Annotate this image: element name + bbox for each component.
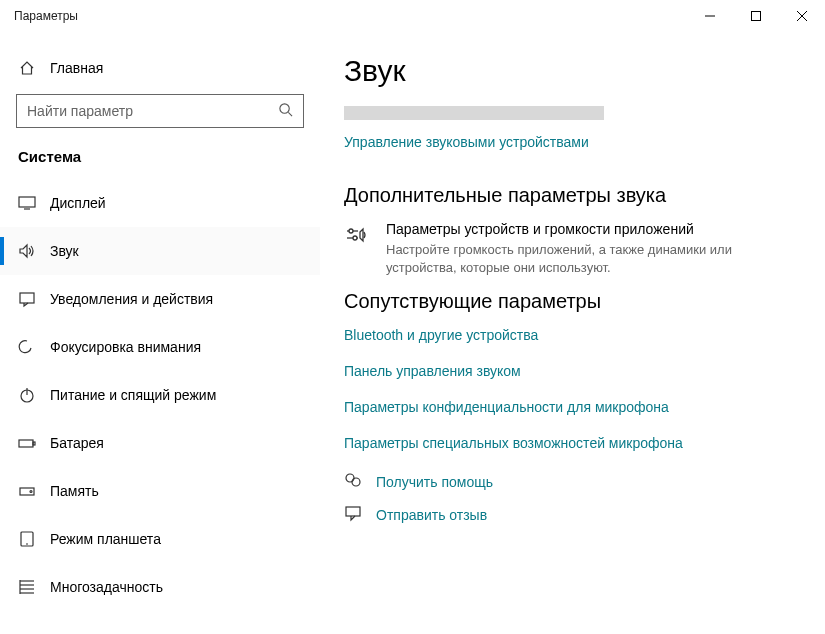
feedback-link[interactable]: Отправить отзыв bbox=[376, 507, 487, 523]
svg-point-27 bbox=[352, 478, 360, 486]
manage-devices-link[interactable]: Управление звуковыми устройствами bbox=[344, 134, 589, 150]
sidebar-item-label: Память bbox=[50, 483, 99, 499]
storage-icon bbox=[18, 482, 36, 500]
sliders-icon bbox=[344, 221, 370, 250]
sidebar-item-label: Питание и спящий режим bbox=[50, 387, 216, 403]
related-link-mic-accessibility[interactable]: Параметры специальных возможностей микро… bbox=[344, 435, 801, 451]
page-title: Звук bbox=[344, 54, 801, 88]
sidebar-item-display[interactable]: Дисплей bbox=[0, 179, 320, 227]
sidebar-item-tablet[interactable]: Режим планшета bbox=[0, 515, 320, 563]
sidebar-item-label: Батарея bbox=[50, 435, 104, 451]
battery-icon bbox=[18, 434, 36, 452]
search-icon bbox=[278, 102, 293, 120]
home-button[interactable]: Главная bbox=[0, 60, 320, 94]
tablet-icon bbox=[18, 530, 36, 548]
svg-rect-11 bbox=[19, 440, 33, 447]
notifications-icon bbox=[18, 290, 36, 308]
svg-rect-8 bbox=[20, 293, 34, 303]
feedback-icon bbox=[344, 504, 362, 525]
related-link-bluetooth[interactable]: Bluetooth и другие устройства bbox=[344, 327, 801, 343]
get-help-link[interactable]: Получить помощь bbox=[376, 474, 493, 490]
window-title: Параметры bbox=[14, 9, 78, 23]
svg-point-23 bbox=[349, 229, 353, 233]
search-input[interactable]: Найти параметр bbox=[16, 94, 304, 128]
sidebar-item-battery[interactable]: Батарея bbox=[0, 419, 320, 467]
focus-icon bbox=[18, 338, 36, 356]
app-volume-option[interactable]: Параметры устройств и громкости приложен… bbox=[344, 221, 801, 276]
sidebar-item-label: Многозадачность bbox=[50, 579, 163, 595]
svg-point-25 bbox=[353, 236, 357, 240]
window-controls bbox=[687, 0, 825, 32]
home-label: Главная bbox=[50, 60, 103, 76]
maximize-button[interactable] bbox=[733, 0, 779, 32]
get-help-row[interactable]: Получить помощь bbox=[344, 471, 801, 492]
sidebar-item-label: Дисплей bbox=[50, 195, 106, 211]
sidebar-item-focus[interactable]: Фокусировка внимания bbox=[0, 323, 320, 371]
related-link-mic-privacy[interactable]: Параметры конфиденциальности для микрофо… bbox=[344, 399, 801, 415]
related-link-sound-panel[interactable]: Панель управления звуком bbox=[344, 363, 801, 379]
sidebar-item-label: Фокусировка внимания bbox=[50, 339, 201, 355]
minimize-button[interactable] bbox=[687, 0, 733, 32]
close-button[interactable] bbox=[779, 0, 825, 32]
sidebar-heading: Система bbox=[0, 148, 320, 179]
titlebar: Параметры bbox=[0, 0, 825, 32]
home-icon bbox=[18, 60, 36, 76]
sidebar-item-power[interactable]: Питание и спящий режим bbox=[0, 371, 320, 419]
app-volume-title: Параметры устройств и громкости приложен… bbox=[386, 221, 766, 237]
sound-icon bbox=[18, 242, 36, 260]
sidebar-item-notifications[interactable]: Уведомления и действия bbox=[0, 275, 320, 323]
svg-rect-6 bbox=[19, 197, 35, 207]
search-placeholder: Найти параметр bbox=[27, 103, 133, 119]
app-volume-desc: Настройте громкость приложений, а также … bbox=[386, 241, 766, 276]
help-icon bbox=[344, 471, 362, 492]
sidebar-item-label: Уведомления и действия bbox=[50, 291, 213, 307]
svg-rect-28 bbox=[346, 507, 360, 516]
sidebar-item-label: Режим планшета bbox=[50, 531, 161, 547]
sidebar: Главная Найти параметр Система Дисплей З… bbox=[0, 32, 320, 634]
sidebar-item-multitask[interactable]: Многозадачность bbox=[0, 563, 320, 611]
display-icon bbox=[18, 194, 36, 212]
feedback-row[interactable]: Отправить отзыв bbox=[344, 504, 801, 525]
sidebar-item-sound[interactable]: Звук bbox=[0, 227, 320, 275]
svg-rect-1 bbox=[752, 12, 761, 21]
sidebar-nav: Дисплей Звук Уведомления и действия Фоку… bbox=[0, 179, 320, 611]
advanced-heading: Дополнительные параметры звука bbox=[344, 184, 801, 207]
svg-rect-12 bbox=[33, 442, 35, 445]
svg-line-5 bbox=[288, 112, 292, 116]
svg-point-14 bbox=[30, 491, 32, 493]
sidebar-item-label: Звук bbox=[50, 243, 79, 259]
sidebar-item-storage[interactable]: Память bbox=[0, 467, 320, 515]
content-area: Звук Управление звуковыми устройствами Д… bbox=[320, 32, 825, 634]
truncated-content-strip bbox=[344, 106, 604, 120]
power-icon bbox=[18, 386, 36, 404]
multitask-icon bbox=[18, 578, 36, 596]
svg-point-4 bbox=[280, 104, 289, 113]
related-heading: Сопутствующие параметры bbox=[344, 290, 801, 313]
